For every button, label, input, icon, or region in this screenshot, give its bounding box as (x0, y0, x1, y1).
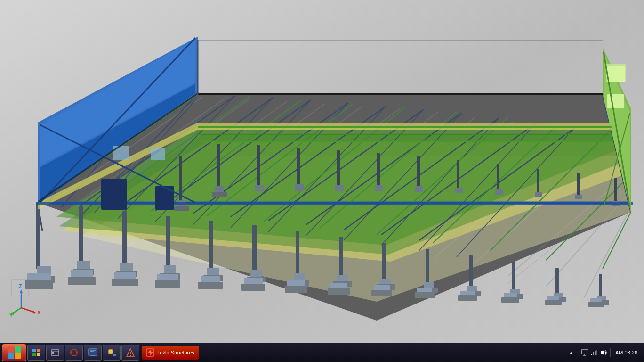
svg-rect-196 (588, 302, 604, 307)
svg-rect-227 (91, 355, 95, 356)
svg-rect-116 (555, 268, 559, 296)
svg-rect-133 (335, 185, 344, 191)
svg-rect-184 (328, 288, 350, 295)
svg-rect-136 (417, 156, 420, 188)
active-app-label: Tekla Structures (157, 350, 194, 355)
tray-expand-icon[interactable]: ▲ (567, 349, 575, 356)
svg-rect-242 (591, 354, 592, 355)
svg-rect-137 (415, 186, 423, 192)
svg-rect-127 (212, 192, 227, 197)
svg-rect-95 (252, 225, 257, 272)
svg-rect-139 (455, 188, 463, 193)
svg-rect-192 (501, 297, 519, 303)
svg-rect-156 (151, 148, 165, 160)
svg-rect-217 (52, 352, 54, 354)
svg-rect-125 (217, 144, 220, 189)
svg-rect-155 (113, 146, 129, 160)
svg-rect-110 (469, 255, 473, 288)
svg-rect-213 (32, 353, 36, 356)
svg-rect-230 (113, 354, 116, 356)
taskbar: Tekla Structures ▲ (0, 343, 644, 362)
svg-rect-113 (512, 262, 515, 292)
taskbar-button-4[interactable] (84, 345, 102, 361)
svg-rect-119 (599, 274, 602, 299)
svg-rect-154 (155, 186, 174, 210)
svg-rect-86 (122, 211, 127, 265)
svg-marker-203 (20, 289, 23, 293)
svg-rect-140 (497, 164, 499, 191)
svg-rect-104 (382, 243, 386, 281)
svg-rect-143 (535, 192, 542, 197)
svg-line-205 (21, 308, 35, 313)
svg-rect-214 (37, 353, 40, 356)
svg-rect-129 (255, 185, 264, 191)
svg-rect-80 (36, 203, 40, 269)
svg-rect-238 (581, 350, 588, 354)
tray-monitor-icon[interactable] (581, 349, 588, 356)
svg-rect-132 (337, 150, 340, 187)
svg-rect-244 (595, 351, 596, 355)
svg-text:Y: Y (9, 313, 13, 318)
svg-rect-174 (112, 279, 138, 286)
svg-rect-211 (32, 349, 36, 352)
taskbar-button-1[interactable] (27, 345, 45, 361)
svg-point-229 (109, 350, 113, 354)
svg-rect-98 (296, 231, 299, 276)
svg-rect-243 (593, 352, 594, 355)
clock[interactable]: AM 08:26 (613, 349, 639, 356)
svg-rect-89 (166, 216, 170, 268)
svg-rect-180 (242, 284, 265, 291)
svg-rect-212 (37, 349, 40, 352)
taskbar-button-5[interactable] (103, 345, 121, 361)
svg-point-218 (71, 349, 77, 356)
clock-time: AM 08:26 (613, 349, 639, 356)
taskbar-button-3[interactable] (65, 345, 83, 361)
svg-rect-190 (458, 295, 477, 301)
svg-rect-182 (285, 286, 307, 293)
system-tray: ▲ (564, 345, 642, 361)
svg-text:X: X (37, 310, 41, 315)
svg-rect-172 (68, 277, 96, 285)
svg-rect-146 (614, 178, 617, 203)
svg-rect-138 (457, 160, 459, 189)
svg-rect-178 (198, 282, 223, 289)
svg-rect-145 (575, 195, 582, 199)
svg-rect-142 (537, 169, 539, 193)
svg-marker-206 (33, 311, 36, 314)
svg-marker-246 (601, 350, 604, 355)
axis-indicator: Z X Y (9, 277, 47, 315)
svg-rect-186 (371, 290, 392, 296)
taskbar-button-2[interactable] (46, 345, 64, 361)
svg-rect-153 (101, 179, 127, 210)
svg-rect-131 (295, 184, 304, 191)
svg-rect-245 (596, 350, 597, 355)
svg-rect-194 (545, 300, 562, 305)
svg-rect-135 (375, 185, 383, 191)
svg-rect-101 (339, 237, 343, 278)
svg-rect-188 (415, 292, 435, 298)
svg-rect-83 (79, 206, 83, 263)
svg-rect-162 (607, 66, 625, 82)
main-viewport[interactable]: Z X Y (0, 0, 644, 343)
taskbar-active-app[interactable]: Tekla Structures (142, 346, 199, 360)
svg-rect-124 (174, 206, 189, 211)
start-button[interactable] (2, 344, 26, 361)
taskbar-button-6[interactable] (121, 345, 139, 361)
svg-rect-107 (426, 249, 429, 285)
svg-rect-141 (495, 189, 503, 195)
svg-rect-163 (607, 94, 624, 108)
tray-volume-icon[interactable] (600, 349, 607, 356)
svg-rect-176 (155, 280, 180, 288)
svg-marker-198 (198, 93, 604, 95)
svg-rect-144 (577, 173, 580, 196)
taskbar-middle: Tekla Structures (140, 345, 564, 361)
svg-rect-130 (297, 148, 300, 186)
tray-network-icon[interactable] (590, 349, 598, 356)
svg-text:Z: Z (19, 283, 22, 289)
svg-rect-128 (257, 145, 260, 187)
svg-rect-134 (377, 153, 380, 187)
svg-rect-92 (209, 221, 213, 270)
svg-rect-233 (130, 355, 131, 356)
building-container (0, 0, 644, 343)
